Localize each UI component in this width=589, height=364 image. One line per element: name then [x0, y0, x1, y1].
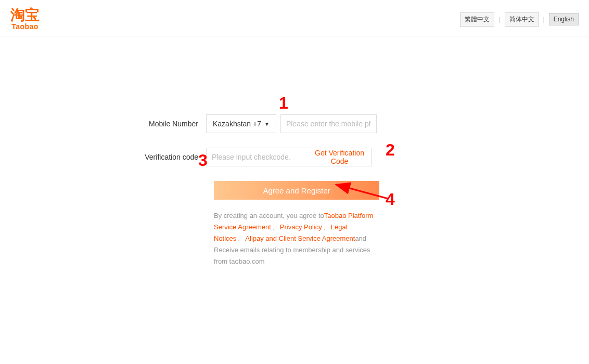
country-selected-text: Kazakhstan +7 [213, 120, 261, 128]
verification-input[interactable] [207, 148, 308, 166]
mobile-row: Mobile Number Kazakhstan +7 ▼ [133, 114, 456, 133]
chevron-down-icon: ▼ [264, 121, 270, 127]
agree-register-button[interactable]: Agree and Register [214, 181, 379, 200]
logo-cn-text: 淘宝 [10, 8, 40, 22]
terms-link-alipay[interactable]: Alipay and Client Service Agreement [245, 235, 355, 242]
terms-prefix: By creating an account, you agree to [214, 212, 324, 219]
lang-english-button[interactable]: English [549, 13, 579, 25]
terms-sep: 、 [237, 235, 244, 242]
logo-en-text: Taobao [11, 22, 39, 31]
mobile-fields: Kazakhstan +7 ▼ [206, 114, 377, 133]
terms-link-privacy[interactable]: Privacy Policy [280, 223, 322, 231]
lang-separator: | [498, 16, 500, 23]
lang-separator: | [543, 16, 545, 23]
taobao-logo[interactable]: 淘宝 Taobao [10, 8, 40, 31]
language-switcher: 繁體中文 | 简体中文 | English [460, 12, 579, 27]
verification-label: Verification code [133, 153, 206, 161]
get-verification-code-button[interactable]: Get Verification Code [308, 148, 371, 166]
lang-traditional-button[interactable]: 繁體中文 [460, 12, 494, 27]
annotation-4: 4 [386, 190, 395, 209]
submit-row: Agree and Register [214, 181, 379, 200]
country-code-select[interactable]: Kazakhstan +7 ▼ [206, 114, 276, 133]
terms-sep: 、 [272, 223, 279, 231]
annotation-1: 1 [279, 94, 288, 113]
terms-text: By creating an account, you agree toTaob… [214, 210, 380, 267]
terms-sep: 、 [323, 223, 330, 231]
verification-wrap: Get Verification Code [206, 148, 372, 166]
registration-form: Mobile Number Kazakhstan +7 ▼ Verificati… [133, 114, 456, 267]
verification-row: Verification code Get Verification Code [133, 148, 456, 166]
mobile-input[interactable] [280, 114, 377, 133]
header: 淘宝 Taobao 繁體中文 | 简体中文 | English [0, 0, 589, 36]
lang-simplified-button[interactable]: 简体中文 [505, 12, 539, 27]
mobile-label: Mobile Number [133, 120, 206, 128]
